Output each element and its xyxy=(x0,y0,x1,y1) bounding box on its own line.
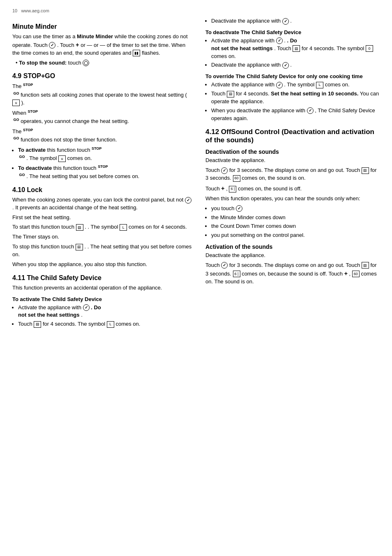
stopgo-list: To activate this function touch STOP GO … xyxy=(18,146,193,181)
lock-p4: The Timer stays on. xyxy=(12,233,193,241)
zero-box-icon: 0 xyxy=(366,45,373,52)
deactivate-child-list: Activate the appliance with ✓ . . Do not… xyxy=(211,37,380,69)
deact-child-bullet1: Activate the appliance with ✓ . . Do not… xyxy=(211,37,380,60)
power-icon6: ✓ xyxy=(282,62,289,69)
lock-p5: To stop this function touch ▤ . . The he… xyxy=(12,243,193,259)
lock-p2: First set the heat setting. xyxy=(12,214,193,222)
lock-p6: When you stop the appliance, you also st… xyxy=(12,261,193,269)
u-box-icon2: u xyxy=(58,155,66,162)
power-icon11: ✓ xyxy=(221,262,228,269)
deact-bullet-4: you put something on the control panel. xyxy=(211,232,380,239)
power-icon5: ✓ xyxy=(276,37,283,44)
right-column: Deactivate the appliance with ✓ . To dea… xyxy=(205,17,380,548)
power-icon: ✓ xyxy=(49,42,55,49)
l-box-icon: L xyxy=(120,224,127,231)
ov-bullet2: Touch ▤ for 4 seconds. Set the heat sett… xyxy=(211,90,380,106)
child-deactivate-pre-list: Deactivate the appliance with ✓ . xyxy=(211,17,380,25)
stopgo-heading: 4.9 STOP+GO xyxy=(12,72,193,80)
act-sounds-heading: Activation of the sounds xyxy=(205,243,380,250)
deact-p4: When this function operates, you can hea… xyxy=(205,195,380,203)
act-p2: Touch ✓ for 3 seconds. The displays come… xyxy=(205,262,380,286)
key-box-icon4: ▤ xyxy=(293,45,300,52)
lock-p3: To start this function touch ▤ . . The s… xyxy=(12,223,193,231)
deact-p3: Touch + , 6 | comes on, the sound is off… xyxy=(205,184,380,193)
deact-bullet1: Deactivate the appliance with ✓ . xyxy=(211,17,380,25)
deactivate-child-heading: To deactivate The Child Safety Device xyxy=(205,29,380,35)
child-safety-cont: Deactivate the appliance with ✓ . To dea… xyxy=(205,17,380,122)
b-box-icon2: 6 | xyxy=(233,271,240,277)
override-child-list: Activate the appliance with ✓ . The symb… xyxy=(211,81,380,122)
double-box-icon: ▮▮ xyxy=(133,50,140,56)
lock-p1: When the cooking zones operate, you can … xyxy=(12,196,193,212)
activate-child-bullet2: Touch ▤ for 4 seconds. The symbol L come… xyxy=(18,320,193,328)
key-box-icon3: ▤ xyxy=(34,321,41,328)
key-box-icon5: ▤ xyxy=(227,91,234,97)
power-icon10: ✓ xyxy=(236,205,242,212)
stopgo-p3: The STOP GO function does not stop the t… xyxy=(12,127,193,144)
override-child-heading: To override The Child Safety Device for … xyxy=(205,73,380,79)
activate-child-bullet1: Activate the appliance with ✓ . Do not s… xyxy=(18,304,193,320)
plus-icon2: + xyxy=(221,185,224,192)
key-box-icon7: ▤ xyxy=(362,262,369,269)
website: www.aeg.com xyxy=(21,8,49,13)
stop-sound-line: • To stop the sound: touch ◯ xyxy=(12,59,193,67)
l-box-icon2: L xyxy=(107,321,114,328)
stopgo-p2: When STOP GO operates, you cannot change… xyxy=(12,109,193,125)
ov-bullet3: When you deactivate the appliance with ✓… xyxy=(211,107,380,123)
activate-child-list: Activate the appliance with ✓ . Do not s… xyxy=(18,304,193,329)
page-header: 10 www.aeg.com xyxy=(12,8,380,13)
minute-minder-body: You can use the timer as a Minute Minder… xyxy=(12,33,193,57)
power-icon3: ✓ xyxy=(83,304,90,311)
b-box-icon: 6 | xyxy=(229,186,236,192)
plus-icon: + xyxy=(76,42,79,48)
key-box-icon6: ▤ xyxy=(362,167,369,174)
deact-bullet-3: the Count Down Timer comes down xyxy=(211,222,380,230)
two-column-layout: Minute Minder You can use the timer as a… xyxy=(12,17,380,548)
sixty-box-icon: 60 xyxy=(233,175,240,182)
stopgo-activate: To activate this function touch STOP GO … xyxy=(18,146,193,162)
power-icon8: ✓ xyxy=(307,107,314,114)
power-icon2: ✓ xyxy=(185,197,191,204)
alarm-icon: ◯ xyxy=(83,60,89,66)
deact-child-bullet2: Deactivate the appliance with ✓ . xyxy=(211,61,380,69)
act-p1: Deactivate the appliance. xyxy=(205,252,380,259)
stopgo-p1: The STOP GO function sets all cooking zo… xyxy=(12,82,193,107)
power-icon4: ✓ xyxy=(282,18,289,25)
deact-p1: Deactivate the appliance. xyxy=(205,157,380,164)
deact-sounds-list: you touch ✓ the Minute Minder comes down… xyxy=(211,205,380,239)
l-box-icon3: L xyxy=(316,82,323,88)
child-safety-heading: 4.11 The Child Safety Device xyxy=(12,274,193,282)
offsound-heading: 4.12 OffSound Control (Deactivation and … xyxy=(205,128,380,144)
deact-bullet-2: the Minute Minder comes down xyxy=(211,214,380,222)
deact-sounds-heading: Deactivation of the sounds xyxy=(205,148,380,155)
page: 10 www.aeg.com Minute Minder You can use… xyxy=(0,0,392,556)
key-box-icon2: ▤ xyxy=(76,244,83,250)
u-box-icon: u xyxy=(12,100,20,106)
deact-bullet-1: you touch ✓ xyxy=(211,205,380,213)
page-number: 10 xyxy=(12,8,17,13)
ov-bullet1: Activate the appliance with ✓ . The symb… xyxy=(211,81,380,89)
stopgo-deactivate: To deactivate this function touch STOP G… xyxy=(18,164,193,181)
minute-minder-heading: Minute Minder xyxy=(12,23,193,30)
left-column: Minute Minder You can use the timer as a… xyxy=(12,17,193,548)
lock-heading: 4.10 Lock xyxy=(12,186,193,194)
key-box-icon: ▤ xyxy=(76,224,83,231)
sixty-box-icon2: 60 xyxy=(352,271,360,277)
plus-icon3: + xyxy=(344,270,348,277)
power-icon7: ✓ xyxy=(276,82,283,88)
deact-p2: Touch ✓ for 3 seconds. The displays come… xyxy=(205,167,380,182)
power-icon9: ✓ xyxy=(221,167,228,174)
child-safety-intro: This function prevents an accidental ope… xyxy=(12,284,193,292)
activate-child-heading: To activate The Child Safety Device xyxy=(12,296,193,302)
